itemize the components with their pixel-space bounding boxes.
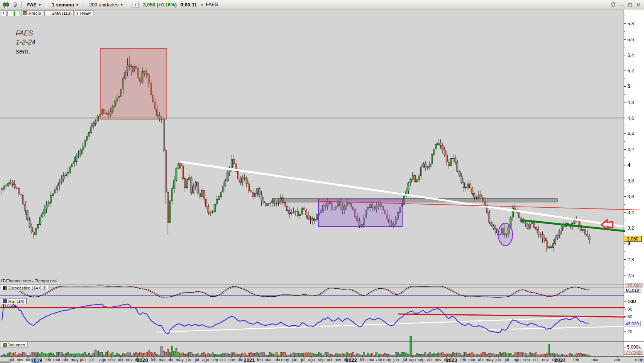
stochastic-label-chip[interactable]: Estocástico (14 6 3) bbox=[1, 285, 49, 291]
svg-text:ago: ago bbox=[99, 357, 106, 362]
svg-text:mar: mar bbox=[265, 357, 272, 362]
info-icon[interactable]: i bbox=[133, 2, 139, 8]
order-enter-button[interactable]: → bbox=[14, 11, 20, 16]
refresh-icon[interactable] bbox=[609, 1, 617, 8]
svg-text:jun: jun bbox=[495, 357, 501, 362]
link-check-icon[interactable] bbox=[11, 1, 19, 8]
svg-text:mar: mar bbox=[53, 357, 61, 362]
svg-text:5.000k: 5.000k bbox=[627, 345, 641, 350]
note-line: FAES bbox=[16, 29, 35, 38]
volume-label-chip[interactable]: Volumen bbox=[1, 342, 27, 348]
volume-value-badge: 777.262 bbox=[624, 350, 643, 355]
svg-text:2022: 2022 bbox=[346, 357, 357, 363]
svg-text:2024: 2024 bbox=[554, 357, 566, 363]
chevron-down-icon: ▾ bbox=[121, 3, 123, 7]
chevron-down-icon: ▾ bbox=[39, 3, 41, 7]
svg-text:4,2: 4,2 bbox=[627, 147, 634, 152]
svg-text:5,4: 5,4 bbox=[627, 53, 634, 58]
svg-text:may: may bbox=[281, 357, 289, 362]
svg-text:nov: nov bbox=[126, 357, 133, 362]
svg-text:2020: 2020 bbox=[137, 357, 148, 363]
svg-text:oct: oct bbox=[220, 357, 226, 362]
target-button[interactable]: ✛ bbox=[1, 11, 6, 16]
svg-text:mar: mar bbox=[368, 357, 375, 362]
svg-text:oct: oct bbox=[118, 357, 124, 362]
svg-text:abr: abr bbox=[376, 357, 382, 362]
svg-text:feb: feb bbox=[151, 357, 156, 362]
svg-text:feb: feb bbox=[573, 357, 579, 362]
svg-text:100: 100 bbox=[627, 299, 636, 304]
svg-text:sep: sep bbox=[418, 357, 424, 362]
note-line: sem. bbox=[16, 47, 35, 56]
svg-text:2,6: 2,6 bbox=[627, 273, 634, 278]
svg-text:abr: abr bbox=[478, 357, 484, 362]
symbol-dropdown-label: FAE bbox=[27, 2, 37, 8]
symbol-dropdown[interactable]: FAE ▾ bbox=[24, 1, 43, 9]
svg-text:ago: ago bbox=[514, 357, 520, 362]
stochastic-swatch-icon bbox=[3, 286, 7, 290]
candlestick-style-icon[interactable] bbox=[2, 1, 10, 8]
scroll-segment bbox=[0, 361, 11, 363]
scroll-thumb[interactable] bbox=[32, 361, 39, 363]
svg-text:mar: mar bbox=[159, 357, 166, 362]
svg-text:abr: abr bbox=[63, 357, 69, 362]
svg-text:20: 20 bbox=[627, 329, 632, 334]
scroll-segment bbox=[11, 361, 21, 363]
svg-text:dic: dic bbox=[238, 357, 243, 362]
svg-text:nov: nov bbox=[435, 357, 441, 362]
toolbar-separator bbox=[21, 1, 22, 8]
svg-text:may: may bbox=[635, 357, 643, 362]
svg-text:5: 5 bbox=[627, 83, 630, 89]
chart-canvas[interactable]: 5,85,65,45,254,84,64,44,243,83,63,43,232… bbox=[0, 0, 644, 363]
chevron-down-icon: ▾ bbox=[76, 3, 78, 7]
rep-label: REP bbox=[82, 11, 91, 15]
chart-note: FAES 1-2-24 sem. bbox=[16, 29, 35, 56]
symbol-name: FAES bbox=[206, 2, 218, 7]
svg-text:feb: feb bbox=[257, 357, 262, 362]
svg-text:jun: jun bbox=[185, 357, 191, 362]
volume-label: Volumen bbox=[8, 343, 25, 347]
svg-text:jun: jun bbox=[80, 357, 86, 362]
scroll-segment bbox=[21, 361, 32, 363]
live-dot-icon: ● bbox=[201, 2, 203, 7]
note-line: 1-2-24 bbox=[16, 38, 35, 47]
svg-text:3,2: 3,2 bbox=[627, 225, 634, 231]
svg-text:nov: nov bbox=[334, 357, 341, 362]
svg-text:nov: nov bbox=[542, 357, 549, 362]
svg-text:jun: jun bbox=[393, 357, 399, 362]
svg-text:abr: abr bbox=[275, 357, 281, 362]
svg-text:ago: ago bbox=[409, 357, 416, 362]
svg-text:jul: jul bbox=[504, 357, 509, 362]
order-exit-button[interactable]: → bbox=[8, 11, 13, 16]
app-window: 5,85,65,45,254,84,64,44,243,83,63,43,232… bbox=[0, 0, 644, 363]
bottom-scrollbar-strip[interactable] bbox=[0, 361, 45, 363]
minimize-button[interactable]: — bbox=[618, 2, 625, 8]
precio-chip[interactable]: Precio bbox=[21, 10, 43, 16]
close-button[interactable]: ✕ bbox=[635, 2, 642, 8]
svg-text:abr: abr bbox=[614, 357, 620, 362]
timeframe-dropdown[interactable]: 1 semana ▾ bbox=[49, 1, 81, 9]
rsi-label: RSI (14) bbox=[8, 299, 24, 303]
maximize-button[interactable]: ▢ bbox=[627, 2, 633, 8]
svg-text:2,8: 2,8 bbox=[627, 257, 634, 262]
svg-text:sep: sep bbox=[523, 357, 530, 362]
svg-text:3,4: 3,4 bbox=[627, 210, 634, 215]
sma-chip[interactable]: SMA (113) bbox=[44, 10, 74, 16]
rep-checkbox[interactable] bbox=[77, 12, 81, 15]
svg-text:jul: jul bbox=[194, 357, 199, 362]
svg-text:mar: mar bbox=[592, 357, 599, 362]
svg-text:jul: jul bbox=[301, 357, 305, 362]
rsi-label-chip[interactable]: RSI (14) bbox=[1, 298, 27, 304]
rep-chip[interactable]: REP bbox=[75, 10, 93, 16]
stochastic-k-badge: 65,019 bbox=[624, 288, 641, 293]
sma-checkbox[interactable] bbox=[47, 12, 50, 15]
svg-text:oct: oct bbox=[533, 357, 539, 362]
units-dropdown-label: 200 unidades bbox=[89, 2, 119, 8]
svg-text:may: may bbox=[486, 357, 494, 362]
svg-text:oct: oct bbox=[327, 357, 333, 362]
svg-text:may: may bbox=[383, 357, 391, 362]
svg-text:jun: jun bbox=[291, 357, 298, 362]
units-dropdown[interactable]: 200 unidades ▾ bbox=[87, 1, 125, 9]
precio-label: Precio bbox=[29, 11, 41, 15]
rsi-swatch-icon bbox=[3, 299, 7, 303]
